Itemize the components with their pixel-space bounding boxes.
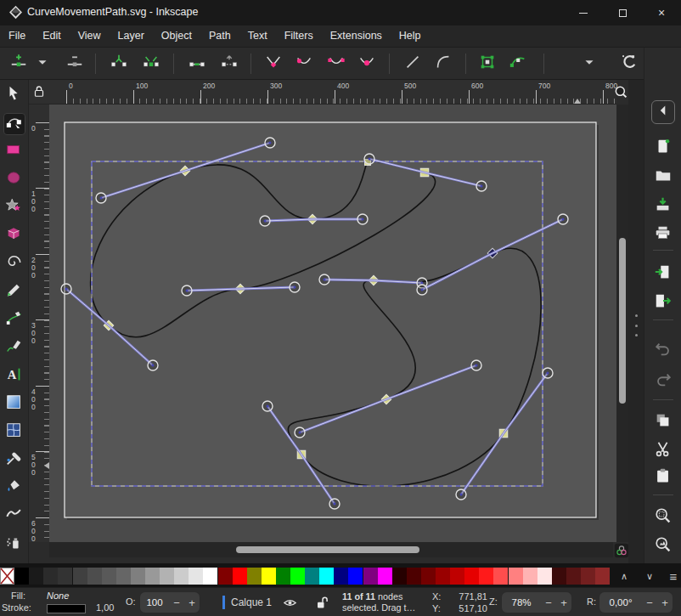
insert-node-button[interactable] xyxy=(6,51,31,76)
zoom-drawing-button[interactable] xyxy=(652,535,674,557)
minimize-button[interactable] xyxy=(564,0,603,25)
drawing-area[interactable] xyxy=(49,105,616,542)
palette-menu-button[interactable]: ≡ xyxy=(662,566,681,586)
zoom-value[interactable]: 78% xyxy=(502,597,541,608)
menu-edit[interactable]: Edit xyxy=(34,25,70,48)
rotation-spinner[interactable]: 0,00° − + xyxy=(599,591,673,613)
palette-swatch-4d0000[interactable] xyxy=(407,568,421,585)
palette-swatch-008000[interactable] xyxy=(276,568,290,585)
menu-file[interactable]: File xyxy=(0,25,34,48)
palette-swatch-b2b2b2[interactable] xyxy=(160,568,174,585)
menu-filters[interactable]: Filters xyxy=(276,25,322,48)
tool-star[interactable] xyxy=(3,197,25,219)
palette-swatch-ffff00[interactable] xyxy=(262,568,276,585)
zoom-decrease-button[interactable]: − xyxy=(541,596,556,609)
palette-swatch-808000[interactable] xyxy=(247,568,262,585)
rotation-increase-button[interactable]: + xyxy=(657,596,673,609)
zoom-selection-button[interactable] xyxy=(652,506,674,528)
palette-swatch-ffe6e6[interactable] xyxy=(537,568,552,585)
menu-object[interactable]: Object xyxy=(153,25,200,48)
palette-swatch-333333[interactable] xyxy=(58,568,72,585)
snap-toggle-button[interactable] xyxy=(616,51,641,76)
tool-spray[interactable] xyxy=(3,534,25,556)
palette-swatch-e60000[interactable] xyxy=(464,568,479,585)
color-managed-display-toggle[interactable] xyxy=(614,543,629,558)
tool-spiral[interactable] xyxy=(3,253,25,275)
palette-swatch-ff8080[interactable] xyxy=(509,568,523,585)
tool-text[interactable]: A xyxy=(3,365,25,387)
palette-swatch-7f7f7f[interactable] xyxy=(131,568,145,585)
palette-swatch-008080[interactable] xyxy=(305,568,319,585)
make-curve-button[interactable] xyxy=(431,51,456,76)
palette-swatch-999999[interactable] xyxy=(145,568,160,585)
layer-visibility-button[interactable] xyxy=(281,594,298,611)
export-button[interactable] xyxy=(652,292,674,314)
palette-swatch-595959[interactable] xyxy=(102,568,116,585)
new-document-button[interactable] xyxy=(652,138,674,160)
palette-scroll-up-button[interactable]: ∧ xyxy=(613,566,635,586)
stroke-width-value[interactable]: 1,00 xyxy=(96,602,114,613)
fill-value[interactable]: None xyxy=(47,591,69,601)
tool-box-3d[interactable] xyxy=(3,225,25,247)
palette-swatch-800080[interactable] xyxy=(363,568,378,585)
palette-swatch-4d4d4d[interactable] xyxy=(87,568,102,585)
horizontal-scrollbar-thumb[interactable] xyxy=(236,546,419,553)
paste-button[interactable] xyxy=(652,467,674,489)
corner-node-button[interactable] xyxy=(261,51,286,76)
current-layer-name[interactable]: Calque 1 xyxy=(231,596,272,608)
menu-text[interactable]: Text xyxy=(239,25,276,48)
join-with-segment-button[interactable] xyxy=(184,51,210,76)
palette-swatch-571414[interactable] xyxy=(566,568,581,585)
vertical-scrollbar[interactable] xyxy=(616,105,628,542)
vertical-scrollbar-thumb[interactable] xyxy=(619,238,626,404)
stroke-color-swatch[interactable] xyxy=(47,604,86,613)
palette-swatch-990000[interactable] xyxy=(436,568,450,585)
palette-swatch-666666[interactable] xyxy=(116,568,131,585)
maximize-button[interactable] xyxy=(603,0,642,25)
tool-pencil[interactable] xyxy=(3,281,25,303)
opacity-value[interactable]: 100 xyxy=(140,597,169,608)
menu-help[interactable]: Help xyxy=(391,25,430,48)
palette-swatch-bf0000[interactable] xyxy=(450,568,464,585)
palette-swatch-260000[interactable] xyxy=(392,568,407,585)
tool-selector[interactable] xyxy=(3,85,25,107)
palette-swatch-ff4d4d[interactable] xyxy=(493,568,508,585)
open-document-button[interactable] xyxy=(652,167,674,189)
opacity-increase-button[interactable]: + xyxy=(184,596,200,609)
lock-guides-button[interactable] xyxy=(29,80,49,105)
import-button[interactable] xyxy=(652,263,674,285)
zoom-spinner[interactable]: 78% − + xyxy=(501,591,572,613)
opacity-decrease-button[interactable]: − xyxy=(169,596,184,609)
delete-segment-button[interactable] xyxy=(217,51,242,76)
tool-tweak[interactable] xyxy=(3,506,25,528)
palette-swatch-none[interactable] xyxy=(0,568,14,585)
palette-swatch-00ff00[interactable] xyxy=(290,568,305,585)
palette-swatch-404040[interactable] xyxy=(73,568,87,585)
save-document-button[interactable] xyxy=(652,195,674,218)
insert-node-options-button[interactable] xyxy=(35,51,50,76)
palette-swatch-ff0000[interactable] xyxy=(233,568,247,585)
palette-swatch-2b2b2b[interactable] xyxy=(43,568,58,585)
palette-swatch-3b0a0a[interactable] xyxy=(552,568,566,585)
menu-layer[interactable]: Layer xyxy=(110,25,153,48)
palette-swatch-730000[interactable] xyxy=(421,568,436,585)
palette-swatch-ff1a1a[interactable] xyxy=(479,568,493,585)
palette-swatch-000080[interactable] xyxy=(334,568,348,585)
tool-node-editor[interactable] xyxy=(3,113,25,135)
auto-node-button[interactable] xyxy=(354,51,380,76)
delete-node-button[interactable] xyxy=(62,51,87,76)
stroke-to-path-button[interactable] xyxy=(505,51,531,76)
menu-view[interactable]: View xyxy=(70,25,110,48)
duplicate-button[interactable] xyxy=(652,411,674,433)
close-button[interactable]: × xyxy=(642,0,681,25)
tool-rectangle[interactable] xyxy=(3,141,25,163)
smooth-node-button[interactable] xyxy=(291,51,317,76)
show-handles-options-button[interactable] xyxy=(581,51,598,76)
tool-calligraphy[interactable] xyxy=(3,337,25,359)
make-line-button[interactable] xyxy=(400,51,425,76)
menu-path[interactable]: Path xyxy=(200,25,239,48)
palette-swatch-ff00ff[interactable] xyxy=(378,568,392,585)
palette-swatch-1a1a1a[interactable] xyxy=(29,568,43,585)
symmetric-node-button[interactable] xyxy=(324,51,349,76)
tool-gradient[interactable] xyxy=(3,393,25,415)
